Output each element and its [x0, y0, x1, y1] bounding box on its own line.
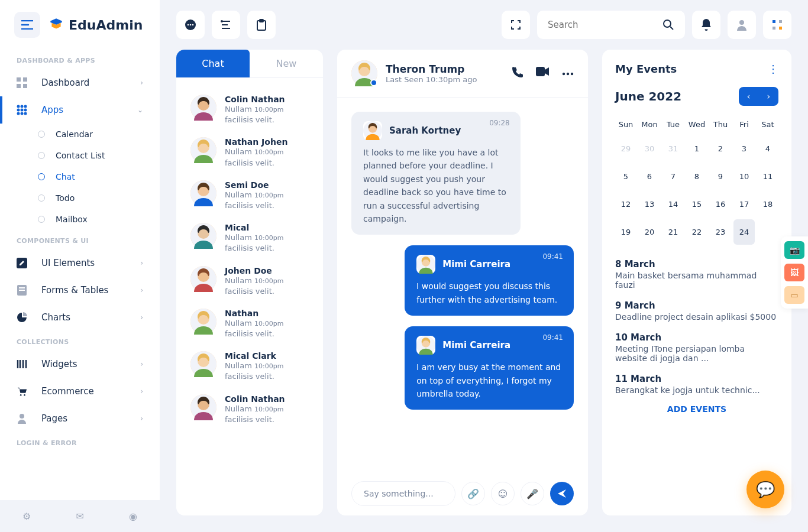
chat-bubble-button[interactable] — [176, 11, 205, 39]
fab-chat[interactable]: 💬 — [746, 471, 784, 508]
sidebar-item-pages[interactable]: Pages› — [0, 405, 160, 432]
send-button[interactable] — [550, 482, 574, 505]
calendar-day[interactable]: 5 — [615, 164, 636, 189]
contact-item[interactable]: Colin NathanNullam 10:00pmfacilisis veli… — [176, 89, 323, 131]
calendar-day[interactable]: 2 — [710, 136, 731, 161]
add-events-button[interactable]: ADD EVENTS — [615, 404, 778, 414]
more-icon[interactable] — [562, 67, 574, 80]
clipboard-button[interactable] — [247, 11, 276, 39]
sidebar-item-forms-&-tables[interactable]: Forms & Tables› — [0, 277, 160, 304]
search-box[interactable] — [537, 11, 685, 39]
contact-subtitle: Nullam 10:00pmfacilisis velit. — [225, 275, 309, 297]
calendar-day[interactable]: 7 — [662, 164, 684, 189]
profile-button[interactable] — [728, 11, 756, 39]
menu-toggle[interactable] — [14, 12, 40, 38]
sidebar-subitem-chat[interactable]: Chat — [24, 166, 160, 187]
emoji-button[interactable]: ☺ — [491, 482, 515, 505]
sidebar-subitem-mailbox[interactable]: Mailbox — [24, 209, 160, 230]
event-item[interactable]: 10 MarchMeeting ITone persiapan lomba we… — [615, 332, 778, 363]
calendar-day[interactable]: 18 — [757, 192, 778, 217]
search-input[interactable] — [548, 20, 662, 30]
video-icon[interactable] — [536, 67, 549, 80]
tab-chat[interactable]: Chat — [176, 50, 250, 77]
calendar-day[interactable]: 9 — [710, 164, 731, 189]
message-out: 09:41Mimi CarreiraI would suggest you di… — [405, 245, 574, 316]
user-icon[interactable]: ◉ — [129, 511, 137, 522]
tab-new[interactable]: New — [250, 50, 323, 77]
event-item[interactable]: 11 MarchBerangkat ke jogja untuk technic… — [615, 374, 778, 395]
event-description: Deadline project desain aplikasi $5000 — [615, 312, 778, 322]
calendar-day[interactable]: 11 — [757, 164, 778, 189]
calendar-day[interactable]: 4 — [757, 136, 778, 161]
mail-icon[interactable]: ✉ — [76, 511, 83, 522]
gear-icon[interactable]: ⚙ — [22, 511, 31, 522]
sidebar-item-widgets[interactable]: Widgets› — [0, 351, 160, 378]
chat-tabs: ChatNew — [176, 50, 323, 78]
phone-icon[interactable] — [512, 67, 523, 80]
calendar-day[interactable]: 21 — [662, 219, 684, 245]
attach-link-button[interactable]: 🔗 — [461, 482, 485, 505]
calendar-day[interactable]: 17 — [733, 192, 755, 217]
sidebar-item-apps[interactable]: Apps⌄ — [0, 96, 160, 124]
contact-item[interactable]: Colin NathanNullam 10:00pmfacilisis veli… — [176, 388, 323, 431]
calendar-day[interactable]: 20 — [639, 219, 660, 245]
fullscreen-button[interactable] — [502, 11, 530, 39]
calendar-day[interactable]: 19 — [615, 219, 636, 245]
calendar-day[interactable]: 30 — [639, 136, 660, 161]
contact-item[interactable]: Semi DoeNullam 10:00pmfacilisis velit. — [176, 174, 323, 217]
sidebar-item-charts[interactable]: Charts› — [0, 304, 160, 331]
event-item[interactable]: 9 MarchDeadline project desain aplikasi … — [615, 300, 778, 322]
contact-name: Colin Nathan — [225, 394, 309, 404]
sidebar-item-ecommerce[interactable]: Ecommerce› — [0, 378, 160, 405]
message-input[interactable]: Say something... — [351, 481, 455, 506]
calendar-day[interactable]: 16 — [710, 192, 731, 217]
event-list: 8 MarchMain basket bersama muhammad fauz… — [615, 259, 778, 395]
contact-item[interactable]: Mical ClarkNullam 10:00pmfacilisis velit… — [176, 345, 323, 388]
notifications-button[interactable] — [692, 11, 720, 39]
calendar-day[interactable]: 3 — [733, 136, 755, 161]
sidebar-item-dashboard[interactable]: Dashboard› — [0, 69, 160, 96]
layout-button[interactable] — [212, 11, 240, 39]
contact-item[interactable]: Johen DoeNullam 10:00pmfacilisis velit. — [176, 260, 323, 303]
sidebar-subitem-todo[interactable]: Todo — [24, 187, 160, 209]
svg-rect-2 — [17, 84, 21, 88]
edit-icon — [17, 258, 27, 268]
sub-dot-icon — [38, 152, 45, 159]
calendar-day[interactable]: 6 — [639, 164, 660, 189]
tool-note[interactable]: ▭ — [784, 286, 804, 304]
svg-point-53 — [567, 73, 569, 75]
calendar-next-button[interactable]: › — [758, 87, 778, 106]
brand-logo[interactable]: EduAdmin — [49, 17, 143, 33]
sidebar-subitem-contact-list[interactable]: Contact List — [24, 145, 160, 166]
calendar-day[interactable]: 15 — [686, 192, 707, 217]
calendar-day[interactable]: 12 — [615, 192, 636, 217]
calendar-day[interactable]: 1 — [686, 136, 707, 161]
contact-item[interactable]: MicalNullam 10:00pmfacilisis velit. — [176, 217, 323, 259]
sidebar-item-label: Widgets — [41, 359, 77, 369]
tool-camera[interactable]: 📷 — [784, 241, 804, 259]
calendar-day[interactable]: 23 — [710, 219, 731, 245]
events-menu-icon[interactable]: ⋮ — [768, 63, 778, 75]
svg-rect-16 — [19, 290, 25, 291]
calendar-day[interactable]: 14 — [662, 192, 684, 217]
tool-image[interactable]: 🖼 — [784, 264, 804, 281]
contact-item[interactable]: NathanNullam 10:00pmfacilisis velit. — [176, 303, 323, 345]
topbar — [160, 0, 808, 50]
calendar-prev-button[interactable]: ‹ — [739, 87, 759, 106]
event-item[interactable]: 8 MarchMain basket bersama muhammad fauz… — [615, 259, 778, 290]
apps-grid-button[interactable] — [763, 11, 791, 39]
calendar-day[interactable]: 8 — [686, 164, 707, 189]
voice-button[interactable]: 🎤 — [521, 482, 544, 505]
sidebar-subitem-calendar[interactable]: Calendar — [24, 124, 160, 145]
svg-rect-31 — [773, 27, 775, 30]
calendar-day[interactable]: 10 — [733, 164, 755, 189]
calendar-day[interactable]: 29 — [615, 136, 636, 161]
events-title: My Events — [615, 63, 677, 75]
sidebar-item-ui-elements[interactable]: UI Elements› — [0, 249, 160, 277]
svg-point-21 — [188, 24, 189, 26]
contact-item[interactable]: Nathan JohenNullam 10:00pmfacilisis veli… — [176, 131, 323, 174]
calendar-day[interactable]: 22 — [686, 219, 707, 245]
calendar-day[interactable]: 24 — [733, 219, 755, 245]
calendar-day[interactable]: 13 — [639, 192, 660, 217]
calendar-day[interactable]: 31 — [662, 136, 684, 161]
